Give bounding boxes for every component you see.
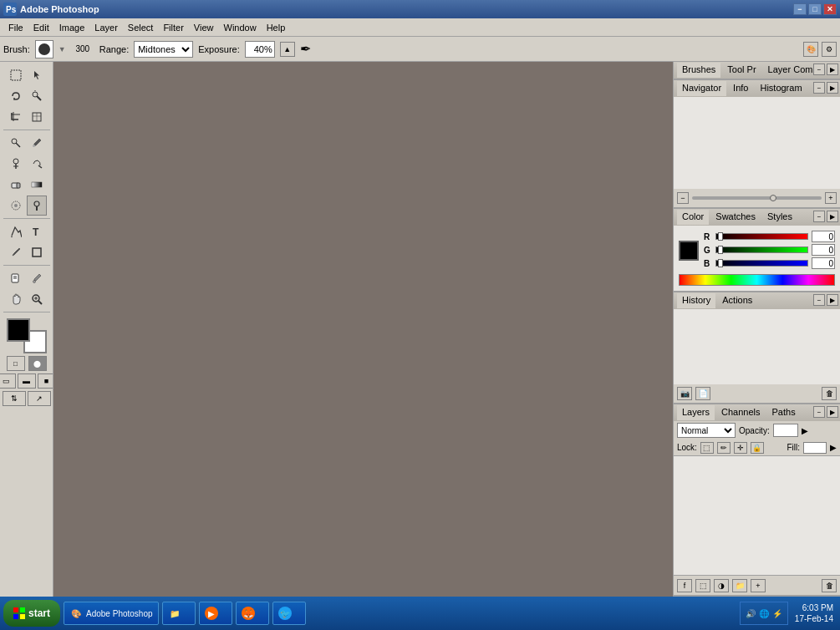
menu-image[interactable]: Image	[54, 21, 90, 34]
range-dropdown[interactable]: Midtones Shadows Highlights	[134, 41, 193, 58]
tool-text[interactable]: T	[27, 221, 47, 241]
fill-input[interactable]	[803, 442, 827, 454]
navigator-close-btn[interactable]: −	[813, 82, 825, 94]
create-document-btn[interactable]: 📄	[695, 387, 710, 400]
color-panel-close[interactable]: −	[813, 211, 825, 222]
tool-lasso[interactable]	[6, 86, 26, 106]
exposure-input[interactable]	[245, 41, 275, 58]
taskbar-app-photoshop[interactable]: 🎨 Adobe Photoshop	[64, 602, 159, 625]
taskbar-app-firefox[interactable]: 🦊	[236, 602, 269, 625]
tool-pen[interactable]	[6, 242, 26, 262]
tab-histogram[interactable]: Histogram	[755, 81, 807, 96]
layer-mask-btn[interactable]: ⬚	[695, 579, 710, 592]
menu-window[interactable]: Window	[219, 21, 262, 34]
lock-position-btn[interactable]: ✛	[734, 442, 747, 454]
new-layer-btn[interactable]: +	[751, 579, 766, 592]
r-slider[interactable]	[715, 233, 808, 240]
tool-slice[interactable]	[27, 107, 47, 127]
brush-dropdown-arrow[interactable]: ▼	[59, 45, 66, 53]
clock[interactable]: 6:03 PM 17-Feb-14	[792, 602, 837, 624]
g-slider[interactable]	[715, 246, 808, 253]
menu-layer[interactable]: Layer	[89, 21, 123, 34]
top-panel-close[interactable]: −	[813, 64, 825, 75]
delete-state-btn[interactable]: 🗑	[822, 387, 837, 400]
menu-filter[interactable]: Filter	[158, 21, 188, 34]
palette-btn[interactable]: 🎨	[803, 42, 818, 57]
layers-mode-select[interactable]: Normal Multiply Screen	[677, 423, 736, 438]
tab-brushes[interactable]: Brushes	[677, 63, 720, 78]
tool-shape[interactable]	[27, 242, 47, 262]
brush-picker[interactable]	[35, 40, 53, 58]
top-panel-menu[interactable]: ▶	[827, 64, 838, 75]
taskbar-app-explorer[interactable]: 📁	[162, 602, 196, 625]
foreground-color-swatch[interactable]	[7, 318, 30, 342]
tool-dodge[interactable]	[27, 196, 47, 216]
menu-view[interactable]: View	[189, 21, 219, 34]
menu-select[interactable]: Select	[123, 21, 159, 34]
b-value-input[interactable]	[812, 257, 835, 269]
tool-path-select[interactable]	[6, 221, 26, 241]
nav-zoom-slider[interactable]	[692, 196, 822, 200]
tab-styles[interactable]: Styles	[762, 210, 797, 225]
airbrush-toggle[interactable]: ✒	[300, 41, 311, 57]
tool-move[interactable]	[27, 65, 47, 85]
layers-close-btn[interactable]: −	[813, 406, 825, 418]
layers-menu-btn[interactable]: ▶	[827, 406, 838, 418]
tab-color[interactable]: Color	[677, 210, 709, 225]
tool-magic-wand[interactable]	[27, 86, 47, 106]
start-button[interactable]: start	[3, 600, 60, 627]
new-snapshot-btn[interactable]: 📷	[677, 387, 692, 400]
tool-notes[interactable]	[6, 268, 26, 288]
jump-to-btn[interactable]: ↗	[28, 391, 51, 406]
tool-clone-stamp[interactable]	[6, 154, 26, 174]
tab-tool-presets[interactable]: Tool Pr	[722, 63, 761, 78]
quick-mask-btn[interactable]: ⬤	[28, 356, 47, 371]
tool-eraser[interactable]	[6, 175, 26, 195]
tab-actions[interactable]: Actions	[717, 293, 757, 308]
tab-paths[interactable]: Paths	[767, 405, 801, 420]
delete-layer-btn[interactable]: 🗑	[822, 579, 837, 592]
tab-channels[interactable]: Channels	[716, 405, 765, 420]
tool-blur[interactable]	[6, 196, 26, 216]
menu-file[interactable]: File	[3, 21, 28, 34]
history-close-btn[interactable]: −	[813, 294, 825, 306]
lock-image-btn[interactable]: ✏	[717, 442, 731, 454]
menu-help[interactable]: Help	[262, 21, 291, 34]
taskbar-app-twitter[interactable]: 🐦	[272, 602, 306, 625]
lock-all-btn[interactable]: 🔒	[751, 442, 764, 454]
jump-to-imageready[interactable]: ⇅	[3, 391, 26, 406]
standard-mode-btn[interactable]: □	[7, 356, 25, 371]
fill-arrow[interactable]: ▶	[830, 443, 837, 452]
restore-button[interactable]: □	[808, 3, 822, 15]
nav-zoom-in[interactable]: +	[825, 192, 837, 204]
color-foreground-swatch[interactable]	[679, 241, 699, 261]
tab-history[interactable]: History	[677, 293, 715, 308]
tool-marquee-rect[interactable]	[6, 65, 26, 85]
layer-style-btn[interactable]: f	[677, 579, 692, 592]
exposure-increment-btn[interactable]: ▲	[280, 42, 295, 57]
tool-brush[interactable]	[27, 133, 47, 153]
nav-zoom-out[interactable]: −	[677, 192, 689, 204]
tool-healing-brush[interactable]	[6, 133, 26, 153]
tab-layers[interactable]: Layers	[677, 405, 715, 420]
b-slider[interactable]	[715, 260, 808, 267]
minimize-button[interactable]: −	[793, 3, 807, 15]
new-adjustment-layer-btn[interactable]: ◑	[714, 579, 729, 592]
history-menu-btn[interactable]: ▶	[827, 294, 838, 306]
taskbar-app-media[interactable]: ▶	[199, 602, 232, 625]
color-panel-menu[interactable]: ▶	[827, 211, 838, 222]
full-screen-btn[interactable]: ▬	[18, 373, 36, 389]
opacity-arrow[interactable]: ▶	[802, 426, 808, 435]
menu-edit[interactable]: Edit	[28, 21, 54, 34]
tool-eyedropper[interactable]	[27, 268, 47, 288]
tool-crop[interactable]	[6, 107, 26, 127]
opacity-input[interactable]	[773, 424, 798, 437]
standard-screen-btn[interactable]: ▭	[0, 373, 16, 389]
options-extra-btn[interactable]: ⚙	[822, 42, 837, 57]
tool-gradient[interactable]	[27, 175, 47, 195]
tab-navigator[interactable]: Navigator	[677, 81, 726, 96]
tab-swatches[interactable]: Swatches	[710, 210, 761, 225]
tool-history-brush[interactable]	[27, 154, 47, 174]
tab-info[interactable]: Info	[728, 81, 753, 96]
tool-hand[interactable]	[6, 289, 26, 309]
